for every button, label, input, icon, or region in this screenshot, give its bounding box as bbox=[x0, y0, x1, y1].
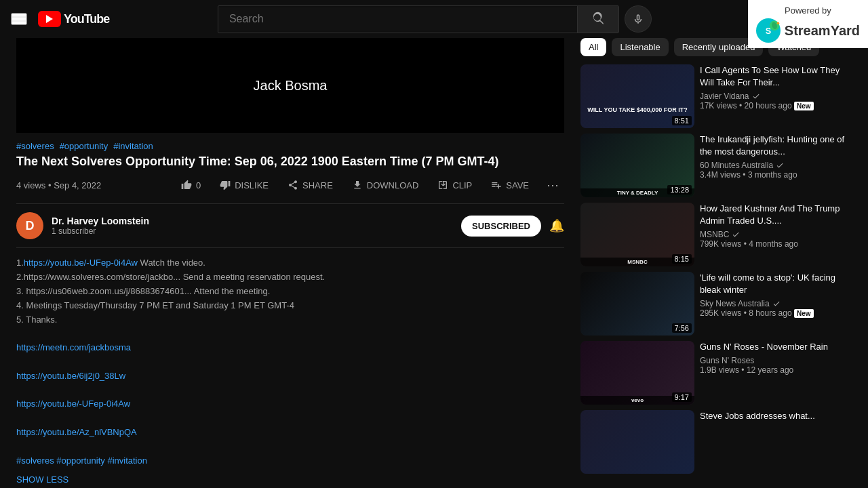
sidebar-video-item[interactable]: MSNBC8:15 How Jared Kushner And The Trum… bbox=[580, 203, 852, 266]
verified-icon bbox=[772, 300, 781, 308]
more-button[interactable]: ⋯ bbox=[541, 175, 564, 195]
video-title: The Next Solveres Opportunity Time: Sep … bbox=[16, 154, 564, 169]
desc-yt-link-3: https://youtu.be/-UFep-0i4Aw bbox=[16, 397, 564, 411]
thumb-text: WILL YOU TAKE $400,000 FOR IT? bbox=[580, 105, 694, 115]
sidebar-meta: 1.9B views • 12 years ago bbox=[700, 365, 852, 375]
youtube-logo-text: YouTube bbox=[64, 12, 109, 26]
desc-yt-link-4: https://youtu.be/Az_nlVBNpQA bbox=[16, 426, 564, 440]
video-section: Jack Bosma #solveres #opportunity #invit… bbox=[16, 38, 564, 488]
streamyard-icon: S bbox=[756, 18, 781, 43]
channel-name[interactable]: Dr. Harvey Loomstein bbox=[52, 216, 453, 226]
desc-meetn: https://meetn.com/jackbosma bbox=[16, 341, 564, 355]
video-player[interactable]: Jack Bosma bbox=[16, 38, 564, 133]
sidebar: All Listenable Recently uploaded Watched… bbox=[580, 38, 852, 488]
desc-line-2: 2.https://www.solveres.com/store/jackbo.… bbox=[16, 270, 564, 285]
bell-button[interactable]: 🔔 bbox=[549, 218, 564, 233]
channel-avatar[interactable]: D bbox=[16, 212, 43, 239]
desc-text-1: Watch the video. bbox=[140, 258, 205, 268]
duration-badge: 9:17 bbox=[672, 392, 692, 402]
verified-icon bbox=[752, 92, 760, 100]
desc-line-5: 5. Thanks. bbox=[16, 313, 564, 327]
video-player-inner: Jack Bosma bbox=[16, 38, 564, 133]
save-label: SAVE bbox=[506, 180, 529, 190]
search-button[interactable] bbox=[577, 6, 618, 33]
powered-by-badge: Powered by S StreamYard bbox=[748, 0, 868, 48]
hashtag-invitation[interactable]: #invitation bbox=[107, 455, 147, 466]
sidebar-video-item[interactable]: Steve Jobs addresses what... bbox=[580, 410, 852, 474]
sidebar-video-item[interactable]: 7:56 'Life will come to a stop': UK faci… bbox=[580, 272, 852, 336]
subscribe-button[interactable]: SUBSCRIBED bbox=[461, 216, 541, 237]
sidebar-thumbnail: 7:56 bbox=[580, 272, 694, 336]
video-tags: #solveres #opportunity #invitation bbox=[16, 141, 564, 151]
search-input[interactable] bbox=[218, 7, 577, 30]
desc-line-1: 1.https://youtu.be/-UFep-0i4Aw Watch the… bbox=[16, 256, 564, 270]
like-count: 0 bbox=[196, 180, 201, 190]
sidebar-video-title: Guns N' Roses - November Rain bbox=[700, 341, 852, 353]
dislike-label: DISLIKE bbox=[235, 180, 269, 190]
channel-info: Dr. Harvey Loomstein 1 subscriber bbox=[52, 216, 453, 236]
nav-center bbox=[218, 5, 652, 33]
sidebar-video-title: Steve Jobs addresses what... bbox=[700, 410, 852, 422]
share-button[interactable]: SHARE bbox=[281, 176, 340, 195]
clip-button[interactable]: CLIP bbox=[431, 176, 479, 195]
tag-opportunity[interactable]: #opportunity bbox=[60, 141, 108, 151]
yt-link-4[interactable]: https://youtu.be/Az_nlVBNpQA bbox=[16, 427, 137, 437]
tag-invitation[interactable]: #invitation bbox=[113, 141, 153, 151]
sidebar-meta: 17K views • 20 hours ago New bbox=[700, 101, 852, 110]
sidebar-channel: Sky News Australia bbox=[700, 299, 852, 308]
sidebar-video-item[interactable]: TINY & DEADLY13:28 The Irukandji jellyfi… bbox=[580, 134, 852, 197]
new-badge: New bbox=[794, 309, 814, 318]
sidebar-meta: 295K views • 8 hours ago New bbox=[700, 308, 852, 318]
sidebar-video-item[interactable]: WILL YOU TAKE $400,000 FOR IT?8:51 I Cal… bbox=[580, 64, 852, 128]
show-less-button[interactable]: SHOW LESS bbox=[16, 473, 564, 487]
channel-overlay-text: Jack Bosma bbox=[254, 78, 328, 94]
powered-by-text: Powered by bbox=[785, 5, 831, 16]
video-meta: 4 views • Sep 4, 2022 0 DISLIKE SHARE bbox=[16, 175, 564, 195]
filter-listenable[interactable]: Listenable bbox=[612, 38, 668, 56]
streamyard-logo: S StreamYard bbox=[756, 18, 860, 43]
video-actions: 0 DISLIKE SHARE DOWNLOAD bbox=[174, 175, 564, 195]
dislike-button[interactable]: DISLIKE bbox=[213, 176, 275, 195]
sidebar-video-title: 'Life will come to a stop': UK facing bl… bbox=[700, 272, 852, 296]
sidebar-video-title: How Jared Kushner And The Trump Admin Tr… bbox=[700, 203, 852, 227]
youtube-logo-icon bbox=[38, 11, 61, 27]
duration-badge: 7:56 bbox=[672, 323, 692, 333]
sidebar-info: Guns N' Roses - November Rain Guns N' Ro… bbox=[700, 341, 852, 405]
hashtag-solveres[interactable]: #solveres bbox=[16, 455, 56, 466]
duration-badge: 8:15 bbox=[672, 254, 692, 264]
channel-subs: 1 subscriber bbox=[52, 226, 453, 236]
clip-label: CLIP bbox=[452, 180, 472, 190]
hashtag-opportunity[interactable]: #opportunity bbox=[56, 455, 107, 466]
new-badge: New bbox=[794, 102, 814, 110]
save-button[interactable]: SAVE bbox=[484, 176, 536, 195]
sidebar-thumbnail: WILL YOU TAKE $400,000 FOR IT?8:51 bbox=[580, 64, 694, 128]
verified-icon bbox=[776, 161, 784, 169]
tag-solveres[interactable]: #solveres bbox=[16, 141, 54, 151]
yt-link-2[interactable]: https://youtu.be/6ij2j0_38Lw bbox=[16, 371, 125, 381]
sidebar-thumbnail bbox=[580, 410, 694, 474]
filter-all[interactable]: All bbox=[580, 38, 606, 56]
sidebar-meta: 3.4M views • 3 months ago bbox=[700, 170, 852, 180]
channel-row: D Dr. Harvey Loomstein 1 subscriber SUBS… bbox=[16, 203, 564, 248]
youtube-logo[interactable]: YouTube bbox=[38, 11, 109, 27]
desc-line-4: 4. Meetings Tuesday/Thursday 7 PM ET and… bbox=[16, 299, 564, 313]
search-bar bbox=[218, 5, 619, 33]
sidebar-channel: MSNBC bbox=[700, 230, 852, 239]
mic-button[interactable] bbox=[625, 5, 652, 33]
meetn-link[interactable]: https://meetn.com/jackbosma bbox=[16, 342, 131, 352]
desc-link-1[interactable]: https://youtu.be/-UFep-0i4Aw bbox=[24, 258, 138, 268]
sidebar-video-title: I Call Agents To See How Low They Will T… bbox=[700, 64, 852, 89]
verified-icon bbox=[732, 230, 740, 239]
duration-badge: 13:28 bbox=[667, 185, 692, 195]
sidebar-channel: Javier Vidana bbox=[700, 92, 852, 101]
yt-link-3[interactable]: https://youtu.be/-UFep-0i4Aw bbox=[16, 399, 130, 409]
desc-yt-link-2: https://youtu.be/6ij2j0_38Lw bbox=[16, 369, 564, 384]
like-button[interactable]: 0 bbox=[174, 176, 208, 195]
sidebar-channel: Guns N' Roses bbox=[700, 356, 852, 365]
sidebar-video-item[interactable]: vevo9:17 Guns N' Roses - November Rain G… bbox=[580, 341, 852, 405]
share-label: SHARE bbox=[302, 180, 333, 190]
menu-button[interactable] bbox=[11, 13, 27, 25]
description: 1.https://youtu.be/-UFep-0i4Aw Watch the… bbox=[16, 248, 564, 488]
download-button[interactable]: DOWNLOAD bbox=[345, 176, 426, 195]
sidebar-info: The Irukandji jellyfish: Hunting one of … bbox=[700, 134, 852, 197]
